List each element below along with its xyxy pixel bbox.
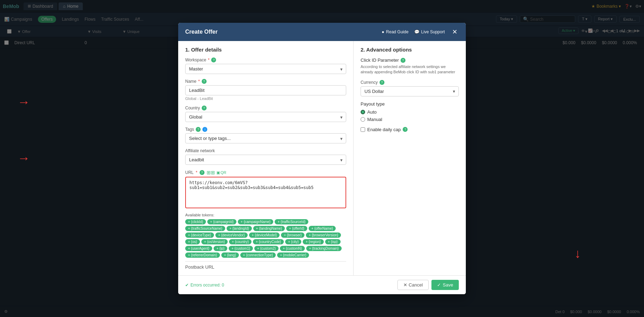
workspace-group: Workspace * ? Master <box>185 58 346 74</box>
payout-auto-radio[interactable] <box>361 110 365 114</box>
url-textarea[interactable]: https://keonv.com/6mVS?sub1=sub1&sub2=su… <box>185 177 346 208</box>
token-tag[interactable]: + {browser} <box>281 232 304 238</box>
token-tag[interactable]: + {trafficSourceId} <box>275 219 308 224</box>
postback-label: Postback URL <box>185 264 214 270</box>
cancel-button[interactable]: ✕ Cancel <box>397 280 429 290</box>
url-label-icons: ⊞⊞ ▣ QR <box>207 170 227 175</box>
affiliate-network-group: Affiliate network Leadbit <box>185 148 346 165</box>
save-button[interactable]: ✓ Save <box>431 280 459 290</box>
payout-type-group: Payout type Auto Manual <box>361 101 459 122</box>
token-tag[interactable]: + {os} <box>185 239 200 244</box>
tags-group: Tags ? i Select or type tags... <box>185 127 346 143</box>
token-tag[interactable]: + {region} <box>303 239 323 244</box>
tags-label: Tags ? i <box>185 127 346 132</box>
url-label: URL * ? ⊞⊞ ▣ QR <box>185 170 346 175</box>
daily-cap-label[interactable]: Enable daily cap ? <box>361 127 459 132</box>
tags-info2-icon[interactable]: i <box>202 127 207 132</box>
token-tag[interactable]: + {landingId} <box>227 226 252 231</box>
daily-cap-info-icon[interactable]: ? <box>403 127 408 132</box>
affiliate-network-select-wrap: Leadbit <box>185 155 346 165</box>
workspace-info-icon[interactable]: ? <box>211 58 216 62</box>
token-tag[interactable]: + {isp} <box>325 239 341 244</box>
token-tag[interactable]: + {offerName} <box>309 226 336 231</box>
read-guide-btn[interactable]: ● Read Guide <box>382 29 408 34</box>
name-label: Name * ? <box>185 79 346 84</box>
currency-label: Currency ? <box>361 80 459 85</box>
token-tag[interactable]: + {connectionType} <box>240 252 276 258</box>
click-id-info-icon[interactable]: ? <box>401 58 405 63</box>
token-tag[interactable]: + {referrerDomain} <box>185 252 220 258</box>
token-tag[interactable]: + {custom2} <box>254 246 279 251</box>
create-offer-modal: Create Offer ● Read Guide 💬 Live Support… <box>178 23 466 294</box>
daily-cap-group: Enable daily cap ? <box>361 127 459 132</box>
close-modal-btn[interactable]: ✕ <box>450 28 459 36</box>
token-tag[interactable]: + {osVersion} <box>201 239 228 244</box>
modal-header-right: ● Read Guide 💬 Live Support ✕ <box>382 28 459 36</box>
payout-type-label: Payout type <box>361 101 459 107</box>
name-hint: Global - LeadBit <box>185 96 346 101</box>
token-tag[interactable]: + {trafficSourceName} <box>185 226 225 231</box>
token-tag[interactable]: + {city} <box>285 239 301 244</box>
click-id-desc: According to selected affiliate network … <box>361 64 459 75</box>
name-info-icon[interactable]: ? <box>202 79 207 84</box>
token-tag[interactable]: + {trackingDomain} <box>306 246 342 251</box>
payout-manual-option[interactable]: Manual <box>361 117 459 122</box>
workspace-label: Workspace * ? <box>185 58 346 62</box>
payout-auto-option[interactable]: Auto <box>361 109 459 115</box>
tags-info-icon[interactable]: ? <box>196 127 201 132</box>
left-section-title: 1. Offer details <box>185 47 346 53</box>
name-input[interactable] <box>185 85 346 95</box>
book-icon: ● <box>382 29 384 34</box>
qr-btn[interactable]: ▣ QR <box>216 170 227 175</box>
cancel-icon: ✕ <box>403 282 407 288</box>
modal-footer: ✔ Errors occurred: 0 ✕ Cancel ✓ Save <box>178 275 466 294</box>
payout-manual-radio[interactable] <box>361 117 365 122</box>
token-tag[interactable]: + {campaignName} <box>238 219 273 224</box>
country-group: Country ? Global <box>185 106 346 122</box>
token-tag[interactable]: + {mobileCarrier} <box>277 252 309 258</box>
country-info-icon[interactable]: ? <box>202 106 207 110</box>
token-tag[interactable]: + {clickId} <box>185 219 206 224</box>
token-tag[interactable]: + {browserVersion} <box>306 232 341 238</box>
right-panel: 2. Advanced options Click ID Parameter ?… <box>354 41 466 275</box>
token-tag[interactable]: + {lang} <box>221 252 239 258</box>
tokens-list: + {clickId}+ {campaignId}+ {campaignName… <box>185 219 346 258</box>
click-id-label: Click ID Parameter ? <box>361 58 459 63</box>
token-tag[interactable]: + {country} <box>229 239 251 244</box>
currency-select[interactable]: US Dollar <box>361 86 459 96</box>
token-tag[interactable]: + {ip} <box>214 246 227 251</box>
tags-select-wrap: Select or type tags... <box>185 133 346 143</box>
grid-token-icon[interactable]: ⊞⊞ <box>207 170 215 175</box>
url-section: URL * ? ⊞⊞ ▣ QR https://keonv.c <box>185 170 346 209</box>
token-tag[interactable]: + {deviceVendor} <box>215 232 248 238</box>
right-section-title: 2. Advanced options <box>361 47 459 53</box>
check-icon: ✓ <box>437 282 441 288</box>
tags-select[interactable]: Select or type tags... <box>185 133 346 143</box>
currency-info-icon[interactable]: ? <box>380 80 384 85</box>
token-tag[interactable]: + {custom1} <box>229 246 253 251</box>
token-tag[interactable]: + {landingName} <box>253 226 285 231</box>
token-tag[interactable]: + {campaignId} <box>207 219 236 224</box>
qr-icon: ▣ <box>216 170 220 175</box>
modal-title: Create Offer <box>185 29 217 35</box>
modal-header: Create Offer ● Read Guide 💬 Live Support… <box>178 23 466 41</box>
affiliate-network-select[interactable]: Leadbit <box>185 155 346 165</box>
workspace-select[interactable]: Master <box>185 64 346 74</box>
url-info-icon[interactable]: ? <box>200 170 204 175</box>
country-select-wrap: Global <box>185 112 346 122</box>
token-tag[interactable]: + {offerId} <box>286 226 307 231</box>
currency-select-wrap: US Dollar <box>361 86 459 96</box>
token-tag[interactable]: + {customN} <box>280 246 305 251</box>
token-tag[interactable]: + {deviceModel} <box>249 232 280 238</box>
daily-cap-checkbox[interactable] <box>361 127 365 132</box>
modal-body: 1. Offer details Workspace * ? Master <box>178 41 466 275</box>
token-tag[interactable]: + {userAgent} <box>185 246 212 251</box>
token-tag[interactable]: + {deviceType} <box>185 232 214 238</box>
country-select[interactable]: Global <box>185 112 346 122</box>
workspace-select-wrap: Master <box>185 64 346 74</box>
tokens-section: Available tokens: + {clickId}+ {campaign… <box>185 213 346 258</box>
country-label: Country ? <box>185 106 346 110</box>
token-tag[interactable]: + {countryCode} <box>253 239 284 244</box>
live-support-btn[interactable]: 💬 Live Support <box>414 29 445 34</box>
payout-radio-group: Auto Manual <box>361 109 459 122</box>
